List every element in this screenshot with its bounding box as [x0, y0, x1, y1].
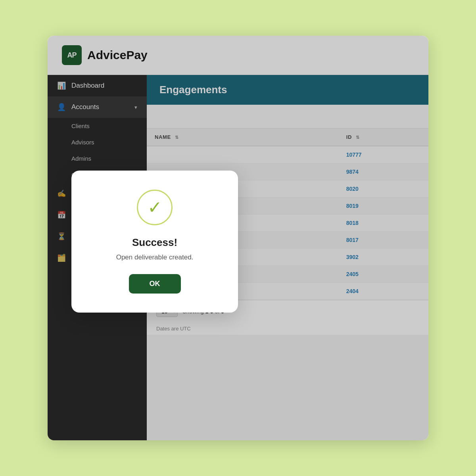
app-window: AP AdvicePay 📊 Dashboard 👤 Accounts ▾ Cl…: [48, 36, 428, 440]
checkmark-icon: ✓: [148, 199, 162, 216]
modal-ok-button[interactable]: OK: [129, 274, 181, 294]
success-modal: ✓ Success! Open deliverable created. OK: [71, 171, 238, 313]
modal-title: Success!: [94, 236, 216, 249]
modal-message: Open deliverable created.: [94, 253, 216, 261]
modal-overlay: ✓ Success! Open deliverable created. OK: [48, 36, 428, 440]
success-check-circle: ✓: [137, 190, 173, 225]
